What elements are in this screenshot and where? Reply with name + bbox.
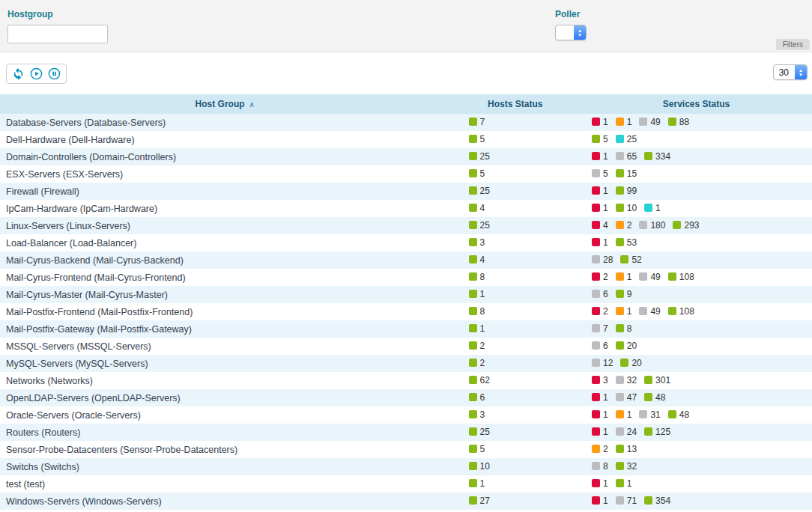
services-status-badge-ok[interactable]: 301: [644, 375, 670, 385]
services-status-badge-critical[interactable]: 1: [592, 117, 608, 127]
services-status-badge-ok[interactable]: 53: [616, 237, 637, 248]
hosts-status-badge-up[interactable]: 4: [469, 203, 485, 213]
services-status-badge-unknown[interactable]: 65: [616, 151, 637, 162]
services-status-badge-unknown[interactable]: 12: [592, 358, 613, 368]
services-status-badge-critical[interactable]: 3: [592, 375, 608, 385]
services-status-badge-unknown[interactable]: 6: [592, 341, 608, 351]
services-status-badge-ok[interactable]: 48: [668, 409, 689, 420]
services-status-badge-ok[interactable]: 15: [616, 168, 637, 179]
services-status-badge-ok[interactable]: 9: [616, 289, 632, 299]
hosts-status-badge-up[interactable]: 3: [469, 237, 485, 248]
services-status-badge-critical[interactable]: 1: [592, 151, 608, 162]
hostgroup-filter-input[interactable]: [7, 25, 108, 43]
services-status-badge-unknown[interactable]: 28: [592, 255, 613, 265]
services-status-badge-warning[interactable]: 2: [592, 444, 608, 454]
services-status-badge-critical[interactable]: 1: [592, 203, 608, 213]
services-status-badge-ok[interactable]: 125: [644, 427, 670, 437]
services-status-badge-unknown[interactable]: 71: [616, 496, 637, 506]
hostgroup-link[interactable]: Mail-Cyrus-Master (Mail-Cyrus-Master): [6, 290, 168, 300]
hosts-status-badge-up[interactable]: 27: [469, 496, 490, 506]
poller-select[interactable]: ▲▼: [555, 25, 587, 40]
hosts-status-badge-up[interactable]: 1: [469, 323, 485, 334]
hosts-status-badge-up[interactable]: 2: [469, 341, 485, 351]
filters-toggle-tab[interactable]: Filters: [776, 39, 810, 50]
pause-icon[interactable]: [48, 67, 61, 80]
hosts-status-badge-up[interactable]: 8: [469, 272, 485, 282]
services-status-badge-ok[interactable]: 32: [616, 461, 637, 472]
services-status-badge-unknown[interactable]: 6: [592, 289, 608, 299]
hosts-status-badge-up[interactable]: 2: [469, 358, 485, 368]
services-status-badge-unknown[interactable]: 49: [639, 117, 660, 127]
services-status-badge-pending[interactable]: 25: [616, 134, 637, 144]
services-status-badge-unknown[interactable]: 49: [639, 272, 660, 282]
services-status-badge-critical[interactable]: 1: [592, 496, 608, 506]
hosts-status-badge-up[interactable]: 25: [469, 427, 490, 437]
hosts-status-badge-up[interactable]: 5: [469, 134, 485, 144]
services-status-badge-unknown[interactable]: 24: [616, 427, 637, 437]
column-header-hosts-status[interactable]: Hosts Status: [450, 94, 581, 114]
hosts-status-badge-up[interactable]: 10: [469, 461, 490, 472]
services-status-badge-ok[interactable]: 334: [644, 151, 670, 162]
services-status-badge-ok[interactable]: 108: [668, 306, 694, 317]
services-status-badge-unknown[interactable]: 8: [592, 461, 608, 472]
hosts-status-badge-up[interactable]: 25: [469, 220, 490, 231]
services-status-badge-warning[interactable]: 1: [616, 117, 632, 127]
services-status-badge-warning[interactable]: 1: [616, 409, 632, 420]
services-status-badge-ok[interactable]: 13: [616, 444, 637, 454]
services-status-badge-critical[interactable]: 4: [592, 220, 608, 231]
services-status-badge-ok[interactable]: 20: [620, 358, 641, 368]
services-status-badge-unknown[interactable]: 32: [616, 375, 637, 385]
hostgroup-link[interactable]: Mail-Postfix-Frontend (Mail-Postfix-Fron…: [6, 307, 193, 317]
services-status-badge-critical[interactable]: 1: [592, 392, 608, 403]
services-status-badge-pending[interactable]: 1: [644, 203, 661, 213]
services-status-badge-ok[interactable]: 48: [644, 392, 665, 403]
hostgroup-link[interactable]: IpCam-Hardware (IpCam-Hardware): [6, 204, 157, 214]
hostgroup-link[interactable]: Firewall (Firewall): [6, 186, 79, 197]
services-status-badge-ok[interactable]: 99: [616, 186, 637, 196]
hostgroup-link[interactable]: MySQL-Servers (MySQL-Servers): [6, 359, 148, 369]
hosts-status-badge-up[interactable]: 4: [469, 255, 485, 265]
services-status-badge-warning[interactable]: 2: [616, 220, 632, 231]
hostgroup-link[interactable]: ESX-Servers (ESX-Servers): [6, 169, 123, 180]
services-status-badge-unknown[interactable]: 47: [616, 392, 637, 403]
services-status-badge-unknown[interactable]: 5: [592, 168, 608, 179]
services-status-badge-ok[interactable]: 52: [620, 255, 641, 265]
services-status-badge-unknown[interactable]: 7: [592, 323, 608, 334]
hostgroup-link[interactable]: MSSQL-Servers (MSSQL-Servers): [6, 341, 151, 352]
services-status-badge-critical[interactable]: 1: [592, 409, 608, 420]
services-status-badge-unknown[interactable]: 31: [639, 409, 660, 420]
hostgroup-link[interactable]: Switchs (Switchs): [6, 462, 79, 472]
services-status-badge-warning[interactable]: 1: [616, 306, 632, 317]
play-icon[interactable]: [30, 67, 43, 80]
hosts-status-badge-up[interactable]: 6: [469, 392, 485, 403]
services-status-badge-critical[interactable]: 1: [592, 427, 608, 437]
services-status-badge-ok[interactable]: 8: [616, 323, 632, 334]
services-status-badge-ok[interactable]: 1: [616, 478, 632, 489]
services-status-badge-critical[interactable]: 1: [592, 237, 608, 248]
services-status-badge-ok[interactable]: 354: [644, 496, 670, 506]
hostgroup-link[interactable]: Sensor-Probe-Datacenters (Sensor-Probe-D…: [6, 445, 237, 455]
hosts-status-badge-up[interactable]: 3: [469, 409, 485, 420]
hostgroup-link[interactable]: Linux-Servers (Linux-Servers): [6, 221, 130, 231]
hostgroup-link[interactable]: Load-Balancer (Load-Balancer): [6, 238, 136, 249]
services-status-badge-unknown[interactable]: 180: [639, 220, 665, 231]
hosts-status-badge-up[interactable]: 62: [469, 375, 490, 385]
services-status-badge-warning[interactable]: 1: [616, 272, 632, 282]
services-status-badge-critical[interactable]: 2: [592, 272, 608, 282]
hosts-status-badge-up[interactable]: 1: [469, 478, 485, 489]
services-status-badge-unknown[interactable]: 49: [639, 306, 660, 317]
hostgroup-link[interactable]: OpenLDAP-Servers (OpenLDAP-Servers): [6, 393, 181, 403]
hostgroup-link[interactable]: Oracle-Servers (Oracle-Servers): [6, 410, 141, 421]
services-status-badge-ok[interactable]: 108: [668, 272, 694, 282]
hosts-status-badge-up[interactable]: 1: [469, 289, 485, 299]
hostgroup-link[interactable]: Domain-Controllers (Domain-Controllers): [6, 152, 176, 162]
hosts-status-badge-up[interactable]: 5: [469, 444, 485, 454]
hostgroup-link[interactable]: Mail-Postfix-Gateway (Mail-Postfix-Gatew…: [6, 324, 192, 335]
hosts-status-badge-up[interactable]: 8: [469, 306, 485, 317]
services-status-badge-critical[interactable]: 2: [592, 306, 608, 317]
services-status-badge-ok[interactable]: 20: [616, 341, 637, 351]
hostgroup-link[interactable]: Routers (Routers): [6, 427, 80, 438]
column-header-services-status[interactable]: Services Status: [581, 94, 812, 114]
refresh-icon[interactable]: [12, 67, 25, 80]
hostgroup-link[interactable]: Networks (Networks): [6, 376, 93, 386]
